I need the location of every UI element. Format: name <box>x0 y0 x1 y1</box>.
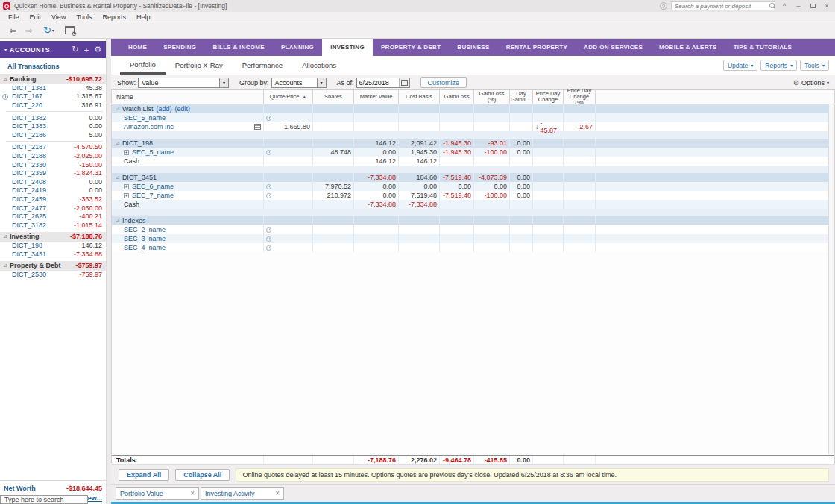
bottom-tab-portfolio-value[interactable]: Portfolio Value× <box>116 487 199 500</box>
vertical-scrollbar[interactable] <box>828 104 834 454</box>
gear-icon[interactable]: ⚙ <box>94 45 101 54</box>
all-transactions-link[interactable]: All Transactions <box>0 60 106 72</box>
options-button[interactable]: ⚙ Options ▾ <box>793 79 829 86</box>
collapse-icon[interactable]: ⊿ <box>116 140 120 146</box>
collapse-all-button[interactable]: Collapse All <box>175 469 230 481</box>
expand-all-button[interactable]: Expand All <box>119 469 169 481</box>
back-icon[interactable]: ⇦ <box>6 25 19 36</box>
sidebar-account-dict_2477[interactable]: DICT_2477-2,030.00 <box>0 204 106 212</box>
collapse-icon[interactable]: ⊿ <box>116 174 120 180</box>
sidebar-account-dict_2459[interactable]: DICT_2459-363.52 <box>0 195 106 204</box>
tab-add-on-services[interactable]: ADD-ON SERVICES <box>576 39 651 56</box>
column-header-pdcp[interactable]: Price Day Change (%) <box>564 90 596 104</box>
tab-property-debt[interactable]: PROPERTY & DEBT <box>373 39 449 56</box>
tab-tips-tutorials[interactable]: TIPS & TUTORIALS <box>725 39 800 56</box>
account-group-property-debt[interactable]: ⊿Property & Debt-$759.97 <box>0 261 106 271</box>
sidebar-account-dict_1383[interactable]: DICT_13830.00 <box>0 122 106 130</box>
table-row-cash[interactable]: Cash-7,334.88-7,334.88 <box>112 200 834 209</box>
row-name[interactable]: SEC_4_name <box>124 244 166 251</box>
sidebar-account-dict_220[interactable]: DICT_220316.91 <box>0 101 106 110</box>
menu-item-view[interactable]: View <box>46 13 71 21</box>
tab-investing[interactable]: INVESTING <box>322 39 373 56</box>
table-row-sec-7-name[interactable]: +SEC_7_name210.9720.007,519.48-7,519.48-… <box>112 191 834 200</box>
account-group-investing[interactable]: ⊿Investing-$7,188.76 <box>0 232 106 242</box>
restore-icon[interactable] <box>807 1 818 10</box>
customize-button[interactable]: Customize <box>420 77 467 88</box>
group-by-select[interactable]: Accounts ▾ <box>271 78 327 88</box>
column-header-gl[interactable]: Gain/Loss <box>440 90 474 104</box>
as-of-date-input[interactable] <box>357 79 399 86</box>
subtab-portfolio-x-ray[interactable]: Portfolio X-Ray <box>166 56 233 75</box>
collapse-icon[interactable]: ⊿ <box>116 106 120 112</box>
collapse-icon[interactable]: ⊿ <box>116 218 120 224</box>
sidebar-account-dict_2187[interactable]: DICT_2187-4,570.50 <box>0 143 106 152</box>
minimize-icon[interactable]: – <box>793 1 804 10</box>
sidebar-account-dict_2330[interactable]: DICT_2330-150.00 <box>0 160 106 169</box>
menu-item-tools[interactable]: Tools <box>71 13 97 21</box>
close-icon[interactable]: × <box>822 1 832 10</box>
update-settings-icon[interactable] <box>65 26 75 34</box>
menu-item-file[interactable]: File <box>3 13 25 21</box>
row-name[interactable]: SEC_3_name <box>124 235 166 242</box>
table-row-sec-4-name[interactable]: SEC_4_name <box>112 243 834 252</box>
table-row-sec-5-name[interactable]: +SEC_5_name48.7480.001,945.30-1,945.30-1… <box>112 148 834 157</box>
sidebar-account-dict_167[interactable]: DICT_1671,315.67 <box>0 92 106 101</box>
tools-button[interactable]: Tools▾ <box>800 60 829 71</box>
section-row-watch-list[interactable]: ⊿Watch List(add)(edit) <box>112 104 834 113</box>
column-header-day[interactable]: Day Gain/L... <box>510 90 533 104</box>
one-step-update-button[interactable]: ↻▾ <box>43 25 54 36</box>
row-name[interactable]: SEC_5_name <box>132 148 174 156</box>
row-name[interactable]: SEC_6_name <box>132 183 174 190</box>
tab-home[interactable]: HOME <box>120 39 155 56</box>
expand-icon[interactable]: + <box>124 184 129 189</box>
table-row-sec-5-name[interactable]: SEC_5_name <box>112 113 834 122</box>
column-header-quote[interactable]: Quote/Price▲ <box>264 90 313 104</box>
help-icon[interactable]: ? <box>660 2 667 10</box>
tab-mobile-alerts[interactable]: MOBILE & ALERTS <box>651 39 725 56</box>
table-row-sec-2-name[interactable]: SEC_2_name <box>112 225 834 234</box>
account-group-banking[interactable]: ⊿Banking-$10,695.72 <box>0 74 106 84</box>
tab-bills-income[interactable]: BILLS & INCOME <box>204 39 273 56</box>
sidebar-account-dict_2408[interactable]: DICT_24080.00 <box>0 177 106 186</box>
table-row-sec-3-name[interactable]: SEC_3_name <box>112 234 834 243</box>
column-header-cb[interactable]: Cost Basis <box>399 90 440 104</box>
column-header-pdc[interactable]: Price Day Change <box>533 90 564 104</box>
add-account-icon[interactable]: + <box>84 45 89 54</box>
tab-spending[interactable]: SPENDING <box>155 39 204 56</box>
bottom-tab-investing-activity[interactable]: Investing Activity× <box>201 487 284 500</box>
row-name[interactable]: SEC_2_name <box>124 226 166 233</box>
section-row-dict-198[interactable]: ⊿DICT_198146.122,091.42-1,945.30-93.010.… <box>112 139 834 148</box>
sidebar-account-dict_2359[interactable]: DICT_2359-1,824.31 <box>0 168 106 177</box>
tab-business[interactable]: BUSINESS <box>449 39 497 56</box>
subtab-portfolio[interactable]: Portfolio <box>120 56 166 75</box>
edit-link[interactable]: (edit) <box>175 105 191 113</box>
sidebar-account-dict_3451[interactable]: DICT_3451-7,334.88 <box>0 250 106 259</box>
chevron-up-icon[interactable]: ^ <box>779 1 790 10</box>
sidebar-account-dict_2530[interactable]: DICT_2530-759.97 <box>0 271 106 280</box>
section-row-indexes[interactable]: ⊿Indexes <box>112 216 834 225</box>
tab-rental-property[interactable]: RENTAL PROPERTY <box>498 39 576 56</box>
tab-planning[interactable]: PLANNING <box>273 39 322 56</box>
news-icon[interactable] <box>254 124 261 130</box>
column-header-glp[interactable]: Gain/Loss (%) <box>474 90 510 104</box>
close-icon[interactable]: × <box>190 489 195 497</box>
update-button[interactable]: Update▾ <box>723 60 757 71</box>
row-name[interactable]: SEC_5_name <box>124 114 166 122</box>
search-input[interactable] <box>671 1 775 10</box>
table-row-sec-6-name[interactable]: +SEC_6_name7,970.520.000.000.000.000.00 <box>112 182 834 191</box>
close-icon[interactable]: × <box>275 489 280 497</box>
expand-icon[interactable]: + <box>124 150 129 155</box>
subtab-allocations[interactable]: Allocations <box>292 56 346 75</box>
column-header-name[interactable]: Name <box>112 90 264 104</box>
sidebar-account-dict_2188[interactable]: DICT_2188-2,025.00 <box>0 151 106 160</box>
sidebar-account-dict_198[interactable]: DICT_198146.12 <box>0 242 106 251</box>
add-link[interactable]: (add) <box>157 105 172 113</box>
menu-item-reports[interactable]: Reports <box>97 13 131 21</box>
sidebar-account-dict_1381[interactable]: DICT_138145.38 <box>0 84 106 92</box>
column-header-mv[interactable]: Market Value <box>354 90 399 104</box>
calendar-icon[interactable] <box>399 78 409 87</box>
section-row-dict-3451[interactable]: ⊿DICT_3451-7,334.88184.60-7,519.48-4,073… <box>112 173 834 182</box>
sidebar-account-dict_2186[interactable]: DICT_21865.00 <box>0 130 106 139</box>
refresh-icon[interactable]: ↻ <box>72 45 78 54</box>
menu-item-help[interactable]: Help <box>131 13 156 21</box>
